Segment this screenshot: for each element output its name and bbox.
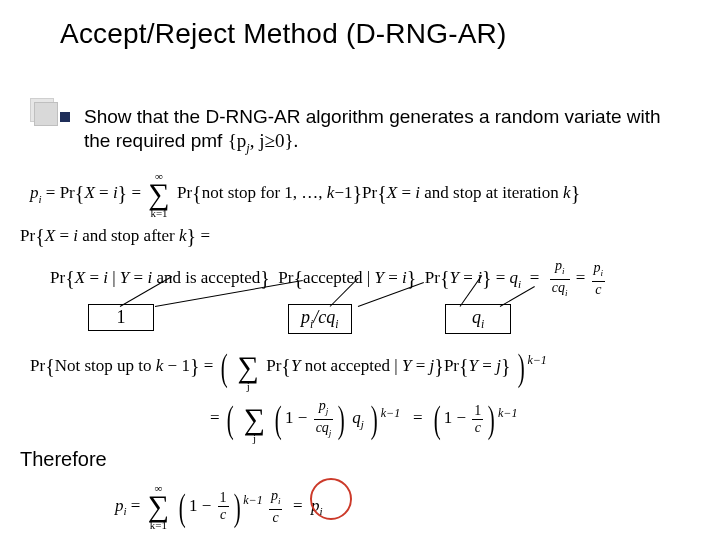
bullet-item: Show that the D-RNG-AR algorithm generat… bbox=[60, 105, 690, 156]
equation-stop-after-k-terms: Pr{X = i | Y = i and is accepted} Pr{acc… bbox=[50, 258, 607, 301]
slide-title: Accept/Reject Method (D-RNG-AR) bbox=[60, 18, 507, 50]
corner-decoration-front bbox=[34, 102, 58, 126]
equation-not-stop-row2: = ( ∑j (1 − pjcqj) qj )k−1 = (1 − 1c)k−1 bbox=[210, 398, 517, 441]
label-box-ratio: pi/cqi bbox=[288, 304, 352, 334]
equation-final: pi = ∞∑k=1 (1 − 1c)k−1 pic = pi bbox=[115, 488, 323, 526]
equation-pi-expansion: pi = Pr{X = i} = ∞∑k=1 Pr{not stop for 1… bbox=[30, 180, 580, 209]
bullet-lead: Show that the D-RNG-AR algorithm generat… bbox=[84, 106, 661, 151]
label-box-one: 1 bbox=[88, 304, 154, 331]
equation-not-stop-row1: Pr{Not stop up to k − 1} = ( ∑j Pr{Y not… bbox=[30, 352, 547, 382]
bullet-text: Show that the D-RNG-AR algorithm generat… bbox=[84, 105, 690, 156]
bullet-pmf: {pj, j≥0}. bbox=[228, 130, 299, 151]
label-box-qi: qi bbox=[445, 304, 511, 334]
red-circle-highlight bbox=[310, 478, 352, 520]
bullet-square-icon bbox=[60, 112, 70, 122]
therefore-label: Therefore bbox=[20, 448, 107, 471]
equation-stop-after-k-lhs: Pr{X = i and stop after k} = bbox=[20, 225, 210, 248]
